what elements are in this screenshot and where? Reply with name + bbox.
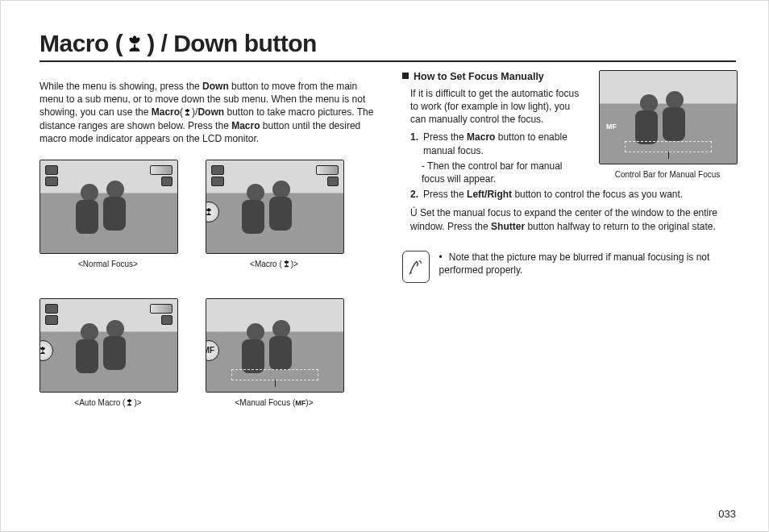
caption-normal: <Normal Focus> [39,259,177,270]
tulip-icon [125,398,134,407]
intro-paragraph: While the menu is showing, press the Dow… [39,80,378,145]
star-note: Ú Set the manual focus to expand the cen… [410,206,736,232]
tulip-icon [282,260,291,268]
title-pre: Macro ( [39,30,123,57]
tulip-icon [183,106,192,118]
figure-caption: Control Bar for Manual Focus [599,169,736,181]
mf-label: MF [606,122,617,131]
page-title: Macro ( ) / Down button [39,30,736,62]
control-bar-icon [231,369,319,380]
tile-macro: <Macro ()> [206,160,343,270]
note-icon [402,251,430,283]
caption-macro: <Macro ()> [206,259,343,270]
caption-manual-focus: <Manual Focus (MF)> [206,397,343,409]
caption-auto-macro: <Auto Macro ()> [39,397,177,409]
tile-manual-focus: MF <Manual Focus (MF)> [206,298,343,409]
right-column: MF Control Bar for Manual Focus How to S… [402,70,736,283]
step-1: 1. Press the Macro button to enable manu… [410,131,588,156]
title-post: ) / Down button [147,30,317,57]
page-number: 033 [718,508,736,520]
note-box: Note that the picture may be blurred if … [402,251,736,283]
lcd-grid: <Normal Focus> <Macro ()> <Aut [39,160,378,409]
manual-focus-figure: MF Control Bar for Manual Focus [599,70,736,181]
control-bar-icon [625,141,713,152]
step-2: 2. Press the Left/Right button to contro… [410,188,736,201]
tile-normal-focus: <Normal Focus> [39,160,177,270]
note-text: Note that the picture may be blurred if … [439,251,736,276]
manual-page: Macro ( ) / Down button While the menu i… [0,0,769,532]
tile-auto-macro: <Auto Macro ()> [39,298,177,409]
tulip-icon [124,30,145,57]
left-column: While the menu is showing, press the Dow… [39,70,378,409]
